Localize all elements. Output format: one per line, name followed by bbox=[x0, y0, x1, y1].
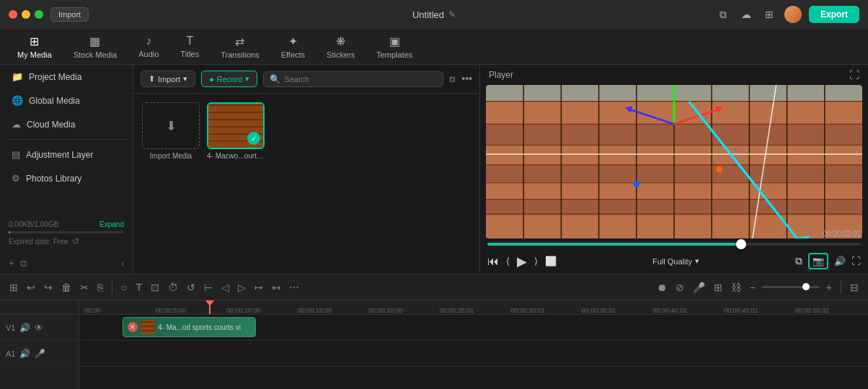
trim-left-icon[interactable]: ◁ bbox=[219, 280, 231, 295]
more-options-icon[interactable]: ••• bbox=[461, 73, 472, 85]
sidebar-item-global-media[interactable]: 🌐 Global Media bbox=[3, 89, 130, 112]
clip-delete-icon[interactable]: ✕ bbox=[128, 322, 138, 332]
tab-effects[interactable]: ✦ Effects bbox=[271, 31, 315, 63]
tab-stock-media[interactable]: ▦ Stock Media bbox=[63, 31, 128, 63]
media-search-icon[interactable]: ⧉ bbox=[20, 258, 27, 269]
play-button[interactable]: ▶ bbox=[517, 254, 527, 269]
media-thumbnail[interactable]: ✓ bbox=[207, 102, 265, 149]
volume-icon[interactable]: 🔊 bbox=[834, 256, 846, 267]
import-button[interactable]: Import bbox=[50, 7, 89, 22]
v1-eye-icon[interactable]: 👁 bbox=[35, 323, 43, 333]
undo-icon[interactable]: ↩ bbox=[25, 280, 37, 295]
mic-icon[interactable]: 🎤 bbox=[691, 280, 707, 295]
sidebar-item-photos-library[interactable]: ⚙ Photos Library bbox=[3, 167, 130, 189]
step-back-icon[interactable]: ⏮ bbox=[487, 255, 499, 268]
export-button[interactable]: Export bbox=[809, 6, 859, 23]
tab-templates[interactable]: ▣ Templates bbox=[366, 31, 422, 63]
tab-my-media[interactable]: ⊞ My Media bbox=[7, 31, 62, 63]
scissors-icon[interactable]: ✂ bbox=[78, 280, 91, 295]
audio-sync-icon[interactable]: ⋯ bbox=[287, 280, 301, 295]
shield-icon[interactable]: ⊘ bbox=[673, 280, 686, 295]
zoom-slider[interactable] bbox=[762, 286, 820, 288]
redo-icon[interactable]: ↪ bbox=[42, 280, 55, 295]
playhead[interactable] bbox=[209, 300, 211, 314]
player-panel: Player ⛶ bbox=[479, 65, 868, 274]
timeline-tracks: ✕ 4- Ma...od sports courts vi bbox=[79, 315, 868, 389]
effects-icon: ✦ bbox=[288, 35, 298, 48]
record-tl-icon[interactable]: ⏺ bbox=[655, 280, 669, 295]
collapse-sidebar-icon[interactable]: ‹ bbox=[121, 258, 124, 269]
minus-icon[interactable]: − bbox=[748, 280, 758, 295]
v1-track: ✕ 4- Ma...od sports courts vi bbox=[79, 315, 868, 341]
screenshot-button[interactable]: 📷 bbox=[808, 253, 828, 269]
settings-icon[interactable]: ⧉ bbox=[795, 255, 802, 267]
link-icon[interactable]: ⛓ bbox=[729, 280, 743, 295]
text-icon[interactable]: T bbox=[133, 280, 144, 295]
expand-storage[interactable]: Expand bbox=[99, 220, 124, 228]
crop-icon[interactable]: ⬜ bbox=[545, 256, 557, 267]
search-input[interactable] bbox=[284, 75, 437, 84]
sidebar-item-adjustment-layer[interactable]: ▤ Adjustment Layer bbox=[3, 143, 130, 166]
timeline-right-controls: ⏺ ⊘ 🎤 ⊞ ⛓ − + ⊟ bbox=[655, 280, 861, 295]
record-dot-icon: ● bbox=[209, 75, 214, 84]
video-clip[interactable]: ✕ 4- Ma...od sports courts vi bbox=[123, 317, 256, 337]
tab-transitions[interactable]: ⇄ Transitions bbox=[211, 31, 269, 63]
record-button[interactable]: ● Record ▾ bbox=[201, 71, 257, 87]
copy-icon[interactable]: ⎘ bbox=[95, 280, 105, 295]
cut-icon[interactable]: ⊞ bbox=[7, 280, 20, 295]
minimize-button[interactable] bbox=[22, 10, 30, 19]
view-options-icon[interactable]: ⊟ bbox=[848, 280, 861, 295]
screen-mirror-icon[interactable]: ⧉ bbox=[715, 6, 731, 22]
mute-icon[interactable]: ○ bbox=[119, 280, 129, 295]
add-media-icon[interactable]: + bbox=[9, 258, 14, 269]
tab-audio[interactable]: ♪ Audio bbox=[128, 31, 169, 62]
tab-stickers[interactable]: ❋ Stickers bbox=[316, 31, 365, 63]
v1-speaker-icon[interactable]: 🔊 bbox=[19, 323, 30, 333]
record-chevron-icon: ▾ bbox=[245, 74, 249, 84]
timeline-toolbar: ⊞ ↩ ↪ 🗑 ✂ ⎘ ○ T ⊡ ⏱ ↺ ⊢ ◁ ▷ ↦ ↤ ⋯ ⏺ ⊘ 🎤 … bbox=[0, 274, 868, 300]
quality-label: Full Quality bbox=[652, 257, 692, 266]
control-row: ⏮ ⟨ ▶ ⟩ ⬜ Full Quality ▾ ⧉ 📷 🔊 ⛶ bbox=[487, 253, 861, 269]
a1-mic-icon[interactable]: 🎤 bbox=[35, 349, 45, 359]
frame-forward-icon[interactable]: ⟩ bbox=[534, 256, 538, 267]
trim-right-icon[interactable]: ▷ bbox=[236, 280, 248, 295]
nav-tabs: ⊞ My Media ▦ Stock Media ♪ Audio T Title… bbox=[0, 29, 868, 65]
media-panel: ⬆ Import ▾ ● Record ▾ 🔍 ⧈ ••• ⬇ bbox=[133, 65, 479, 274]
zoom-thumb[interactable] bbox=[802, 283, 810, 290]
folder-icon: 📁 bbox=[12, 71, 23, 82]
refresh-icon[interactable]: ↺ bbox=[72, 236, 79, 246]
split-icon[interactable]: ⊢ bbox=[202, 280, 215, 295]
progress-bar[interactable] bbox=[487, 243, 861, 246]
maximize-button[interactable] bbox=[35, 10, 43, 19]
crop-tl-icon[interactable]: ⊡ bbox=[149, 280, 161, 295]
import-media-button[interactable]: ⬆ Import ▾ bbox=[141, 71, 195, 87]
progress-thumb[interactable] bbox=[736, 239, 746, 249]
sidebar-item-cloud-media[interactable]: ☁ Cloud Media bbox=[3, 113, 130, 135]
filter-icon[interactable]: ⧈ bbox=[449, 73, 456, 85]
close-button[interactable] bbox=[9, 10, 17, 19]
import-media-item[interactable]: ⬇ Import Media bbox=[142, 102, 200, 160]
my-media-icon: ⊞ bbox=[30, 35, 39, 48]
media-insert-icon[interactable]: ⊞ bbox=[712, 280, 725, 295]
delete-icon[interactable]: 🗑 bbox=[59, 280, 74, 295]
frame-back-icon[interactable]: ⟨ bbox=[506, 256, 510, 267]
timeline-content: V1 🔊 👁 A1 🔊 🎤 00:00 00:00:5:00 bbox=[0, 300, 868, 389]
sidebar-item-project-media[interactable]: 📁 Project Media bbox=[3, 66, 130, 88]
grid-icon[interactable]: ⊞ bbox=[761, 6, 777, 22]
media-item-clip1[interactable]: ✓ 4- Macwo...ourts video bbox=[207, 102, 265, 160]
title-edit-icon[interactable]: ✎ bbox=[448, 9, 456, 19]
sidebar: 📁 Project Media 🌐 Global Media ☁ Cloud M… bbox=[0, 65, 133, 274]
avatar[interactable] bbox=[784, 6, 802, 23]
backward-icon[interactable]: ↤ bbox=[270, 280, 283, 295]
rotate-icon[interactable]: ↺ bbox=[185, 280, 198, 295]
cloud-icon[interactable]: ☁ bbox=[738, 6, 754, 22]
quality-selector[interactable]: Full Quality ▾ bbox=[652, 256, 699, 266]
tab-titles[interactable]: T Titles bbox=[170, 31, 209, 62]
fullscreen-player-icon[interactable]: ⛶ bbox=[851, 256, 861, 267]
import-media-box[interactable]: ⬇ bbox=[142, 102, 200, 149]
fullscreen-icon[interactable]: ⛶ bbox=[849, 69, 859, 81]
a1-speaker-icon[interactable]: 🔊 bbox=[19, 349, 30, 359]
forward-icon[interactable]: ↦ bbox=[252, 280, 265, 295]
plus-tl-icon[interactable]: + bbox=[824, 280, 834, 295]
speed-icon[interactable]: ⏱ bbox=[166, 280, 180, 295]
